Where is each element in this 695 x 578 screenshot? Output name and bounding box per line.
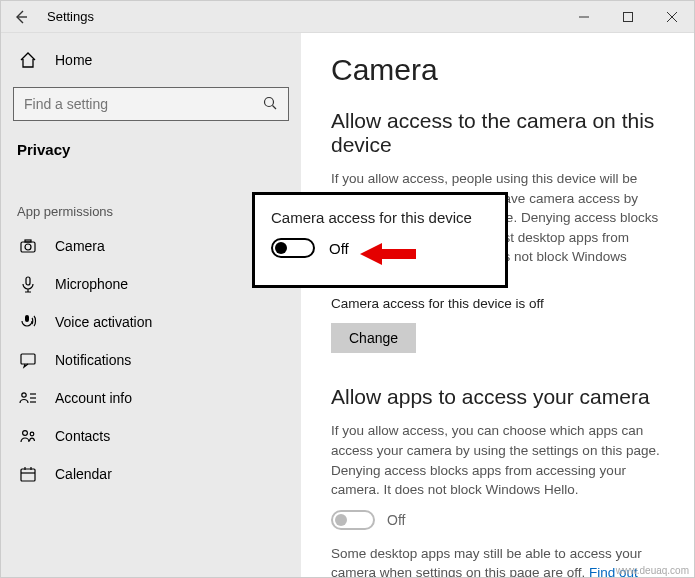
popup-title: Camera access for this device — [271, 209, 489, 226]
sidebar-item-label: Microphone — [55, 276, 128, 292]
camera-access-popup: Camera access for this device Off — [252, 192, 508, 288]
maximize-button[interactable] — [606, 1, 650, 33]
svg-rect-10 — [25, 315, 29, 322]
sidebar: Home Privacy App permissions Camera — [1, 33, 301, 577]
svg-point-4 — [265, 97, 274, 106]
sidebar-item-label: Contacts — [55, 428, 110, 444]
nav-home[interactable]: Home — [1, 41, 301, 79]
sidebar-item-label: Notifications — [55, 352, 131, 368]
svg-rect-18 — [21, 469, 35, 481]
toggle-label: Off — [387, 512, 405, 528]
sidebar-item-label: Camera — [55, 238, 105, 254]
sidebar-section-title: Privacy — [1, 135, 301, 178]
home-icon — [19, 51, 37, 69]
account-icon — [19, 389, 37, 407]
sidebar-item-notifications[interactable]: Notifications — [1, 341, 301, 379]
watermark: www.deuaq.com — [616, 565, 689, 576]
sidebar-item-contacts[interactable]: Contacts — [1, 417, 301, 455]
svg-point-16 — [23, 431, 28, 436]
back-button[interactable] — [1, 9, 41, 25]
camera-icon — [19, 237, 37, 255]
back-arrow-icon — [13, 9, 29, 25]
section-body-app-access: If you allow access, you can choose whic… — [331, 421, 664, 499]
svg-rect-8 — [25, 240, 31, 242]
voice-icon — [19, 313, 37, 331]
window-controls — [562, 1, 694, 33]
minimize-icon — [578, 11, 590, 23]
toggle-knob — [275, 242, 287, 254]
window-title: Settings — [47, 9, 94, 24]
nav-home-label: Home — [55, 52, 92, 68]
close-button[interactable] — [650, 1, 694, 33]
microphone-icon — [19, 275, 37, 293]
minimize-button[interactable] — [562, 1, 606, 33]
search-icon — [262, 95, 278, 114]
svg-point-17 — [30, 432, 34, 436]
sidebar-item-calendar[interactable]: Calendar — [1, 455, 301, 493]
notifications-icon — [19, 351, 37, 369]
titlebar: Settings — [1, 1, 694, 33]
content-pane: Camera Allow access to the camera on thi… — [301, 33, 694, 577]
calendar-icon — [19, 465, 37, 483]
svg-rect-1 — [624, 12, 633, 21]
svg-point-7 — [25, 244, 31, 250]
section-title-app-access: Allow apps to access your camera — [331, 385, 664, 409]
sidebar-item-label: Calendar — [55, 466, 112, 482]
device-access-status: Camera access for this device is off — [331, 296, 664, 311]
svg-line-5 — [273, 105, 277, 109]
search-box[interactable] — [13, 87, 289, 121]
search-input[interactable] — [24, 96, 262, 112]
sidebar-item-account-info[interactable]: Account info — [1, 379, 301, 417]
contacts-icon — [19, 427, 37, 445]
svg-rect-9 — [26, 277, 30, 285]
device-access-toggle[interactable]: Off — [271, 238, 489, 258]
toggle-track — [271, 238, 315, 258]
settings-window: Settings Home — [0, 0, 695, 578]
desktop-apps-note: Some desktop apps may still be able to a… — [331, 544, 664, 577]
maximize-icon — [622, 11, 634, 23]
app-access-toggle[interactable]: Off — [331, 510, 664, 530]
svg-rect-11 — [21, 354, 35, 364]
svg-point-12 — [22, 393, 26, 397]
page-heading: Camera — [331, 53, 664, 87]
toggle-label: Off — [329, 240, 349, 257]
sidebar-item-label: Voice activation — [55, 314, 152, 330]
toggle-track — [331, 510, 375, 530]
close-icon — [666, 11, 678, 23]
section-title-device-access: Allow access to the camera on this devic… — [331, 109, 664, 157]
window-body: Home Privacy App permissions Camera — [1, 33, 694, 577]
change-button[interactable]: Change — [331, 323, 416, 353]
sidebar-item-voice-activation[interactable]: Voice activation — [1, 303, 301, 341]
sidebar-item-label: Account info — [55, 390, 132, 406]
toggle-knob — [335, 514, 347, 526]
